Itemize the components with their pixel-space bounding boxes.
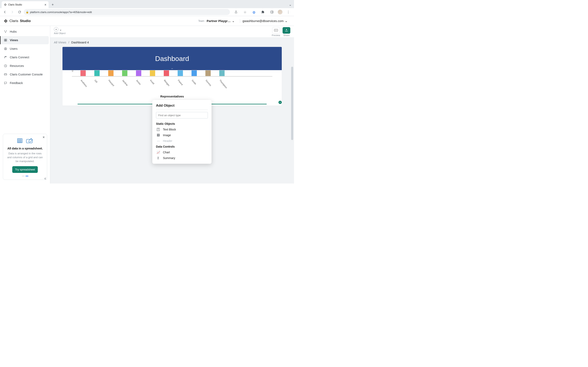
- popover-option-label: Image: [163, 133, 171, 137]
- popover-option-label: Summary: [163, 156, 175, 160]
- divider: [240, 19, 240, 23]
- forward-button[interactable]: [9, 9, 16, 15]
- popover-option-summary[interactable]: ΣSummary: [156, 155, 208, 161]
- sidebar-item-label: Views: [10, 39, 18, 42]
- hero-title: Dashboard: [155, 55, 189, 63]
- sidebar-item-users[interactable]: Users: [1, 45, 49, 53]
- profile-avatar[interactable]: [278, 9, 283, 15]
- x-tick-label: Andrews: [79, 77, 84, 83]
- share-icon[interactable]: [233, 9, 239, 15]
- chart-bar: [136, 70, 141, 76]
- user-email: gwashburne@dbservices.com: [242, 19, 284, 23]
- tabs-caret-icon[interactable]: ⌄: [289, 3, 292, 7]
- add-object-label: Add Object: [54, 32, 66, 34]
- sidepanel-icon[interactable]: [269, 9, 275, 15]
- sidebar-item-resources[interactable]: Resources: [1, 62, 49, 70]
- brand-word1: Claris: [9, 19, 18, 23]
- browser-tab[interactable]: Claris Studio ✕: [2, 1, 49, 8]
- sidebar-item-label: Claris Connect: [10, 56, 29, 59]
- collapse-sidebar-icon[interactable]: [43, 177, 47, 180]
- sidebar-item-label: Hubs: [10, 30, 17, 33]
- chart-bar: [122, 70, 127, 76]
- chart-bar: [178, 70, 183, 76]
- console-icon: [4, 73, 7, 76]
- svg-rect-0: [271, 11, 273, 13]
- chart-bar: [80, 70, 86, 76]
- svg-rect-8: [6, 40, 7, 42]
- svg-rect-6: [6, 39, 7, 40]
- promo-body: Data is arranged in the rows and columns…: [6, 152, 44, 163]
- sidebar-item-connect[interactable]: Claris Connect: [1, 53, 49, 61]
- add-object-button[interactable]: +⌄ Add Object: [54, 27, 66, 34]
- add-object-popover: Add Object Static Objects🅃Text Block🖼Ima…: [152, 100, 212, 164]
- popover-option-chart[interactable]: 📈Chart: [156, 150, 208, 155]
- bookmark-icon[interactable]: ☆: [242, 9, 248, 15]
- browser-toolbar: 🔒 platform.claris.com/console/apps?a=405…: [0, 8, 294, 16]
- svg-point-10: [5, 48, 6, 49]
- image-icon: 🖼: [156, 133, 160, 137]
- chart-icon: 📈: [156, 151, 160, 154]
- x-tick-label: Parent: [176, 77, 181, 83]
- promo-pagination[interactable]: [6, 176, 44, 176]
- popover-option-label: Header: [163, 139, 172, 142]
- hubs-icon: [4, 30, 7, 33]
- chrome-menu-icon[interactable]: ⋮: [285, 9, 292, 15]
- popover-group-label: Static Objects: [156, 122, 208, 125]
- preview-label: Preview: [272, 34, 280, 36]
- svg-rect-7: [4, 40, 5, 42]
- browser-chrome: Claris Studio ✕ + ⌄ 🔒 platform.claris.co…: [0, 0, 294, 16]
- header-icon: ▭: [156, 139, 160, 142]
- popover-option-header: ▭Header: [156, 138, 208, 144]
- popover-option-image[interactable]: 🖼Image: [156, 132, 208, 138]
- sidebar-item-label: Resources: [10, 64, 24, 67]
- svg-rect-12: [4, 74, 7, 75]
- chart-block[interactable]: 0 AndrewsGillHowardJardineJonesKivellMor…: [62, 76, 282, 102]
- drag-handle-icon[interactable]: ═: [171, 67, 173, 70]
- x-tick-label: Jardine: [120, 77, 126, 83]
- promo-title: All data in a spreadsheet.: [6, 147, 44, 150]
- chart-bar: [205, 70, 211, 76]
- preview-button[interactable]: Preview: [272, 27, 280, 36]
- user-menu[interactable]: gwashburne@dbservices.com ⌄: [242, 19, 287, 23]
- reload-button[interactable]: [16, 9, 23, 15]
- popover-option-text[interactable]: 🅃Text Block: [156, 127, 208, 132]
- breadcrumb-current: Dashboard 4: [71, 41, 89, 44]
- chart-bar: [94, 70, 100, 76]
- extensions-icon[interactable]: [260, 9, 266, 15]
- sidebar-item-label: Users: [10, 47, 17, 50]
- team-name: Partner Playgr…: [207, 19, 231, 23]
- popover-title: Add Object: [156, 104, 208, 108]
- brand-logo[interactable]: Claris Studio: [4, 19, 31, 23]
- sidebar-item-console[interactable]: Claris Customer Console: [1, 70, 49, 78]
- feedback-icon: [4, 81, 7, 85]
- x-tick-label: Gill: [93, 77, 98, 83]
- content-toolbar: +⌄ Add Object Preview Share: [50, 26, 294, 38]
- brand-word2: Studio: [20, 19, 31, 23]
- sidebar-item-label: Feedback: [10, 81, 23, 85]
- breadcrumb-sep: /: [68, 41, 69, 44]
- sidebar-item-hubs[interactable]: Hubs: [1, 27, 49, 36]
- promo-cta-button[interactable]: Try spreadsheet: [12, 166, 38, 173]
- close-icon[interactable]: ✕: [43, 136, 45, 139]
- team-picker[interactable]: Team Partner Playgr… ⌄: [198, 19, 234, 23]
- breadcrumb-root[interactable]: All Views: [54, 41, 66, 44]
- content-scrollbar[interactable]: [291, 67, 293, 140]
- close-tab-icon[interactable]: ✕: [44, 3, 47, 6]
- back-button[interactable]: [2, 9, 8, 15]
- tab-strip: Claris Studio ✕ + ⌄: [0, 0, 294, 8]
- add-row-icon[interactable]: +: [278, 101, 282, 104]
- chart-bar: [191, 70, 197, 76]
- sidebar-item-feedback[interactable]: Feedback: [1, 79, 49, 87]
- hero-header[interactable]: Dashboard ═: [62, 47, 282, 70]
- share-button[interactable]: Share: [283, 27, 290, 36]
- x-tick-label: Howard: [106, 77, 112, 83]
- svg-rect-5: [4, 39, 5, 40]
- address-bar[interactable]: 🔒 platform.claris.com/console/apps?a=405…: [24, 9, 230, 15]
- new-tab-button[interactable]: +: [50, 2, 56, 8]
- promo-card: ✕ All data in a spreadsheet. Data is arr…: [3, 134, 47, 180]
- sidebar-item-views[interactable]: Views: [0, 36, 49, 44]
- summary-icon: Σ: [156, 156, 160, 160]
- extension-1password-icon[interactable]: ◍: [251, 9, 257, 15]
- lock-icon: 🔒: [26, 11, 29, 13]
- search-input[interactable]: [156, 112, 208, 118]
